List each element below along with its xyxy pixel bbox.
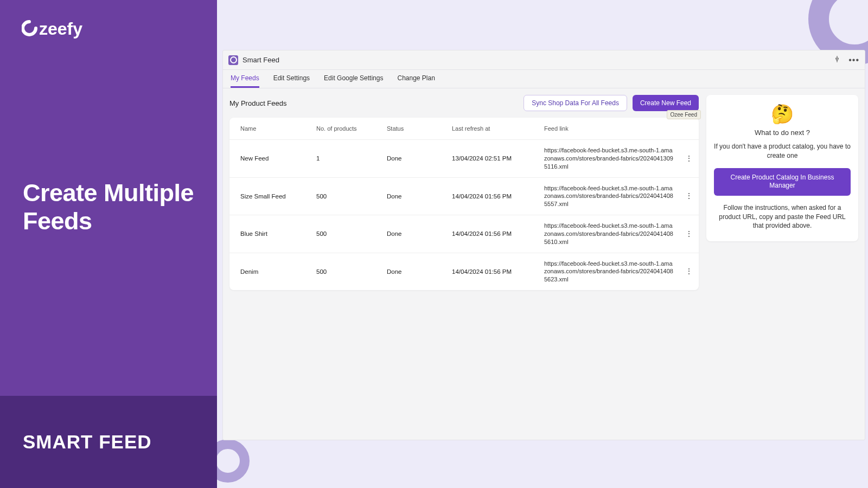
- tab-edit-google-settings[interactable]: Edit Google Settings: [324, 70, 383, 88]
- col-count: No. of products: [311, 118, 381, 140]
- col-status: Status: [381, 118, 446, 140]
- feeds-table: Name No. of products Status Last refresh…: [229, 118, 699, 290]
- cell-count: 1: [311, 140, 381, 178]
- cell-status: Done: [381, 177, 446, 215]
- headline-line-1: Create Multiple: [23, 179, 194, 207]
- cell-name: Size Small Feed: [229, 177, 311, 215]
- cell-refresh: 13/04/2024 02:51 PM: [446, 140, 539, 178]
- tabs-bar: My Feeds Edit Settings Edit Google Setti…: [223, 70, 865, 88]
- help-instructions: Follow the instructions, when asked for …: [714, 203, 851, 230]
- tab-edit-settings[interactable]: Edit Settings: [273, 70, 310, 88]
- cell-name: Denim: [229, 253, 311, 290]
- headline-line-2: Feeds: [23, 207, 92, 235]
- thinking-emoji-icon: 🤔: [714, 105, 851, 123]
- table-row: New Feed1Done13/04/2024 02:51 PMhttps://…: [229, 140, 699, 178]
- app-title: Smart Feed: [242, 56, 279, 64]
- cell-link: https://facebook-feed-bucket.s3.me-south…: [539, 177, 679, 215]
- svg-text:zeefy: zeefy: [39, 19, 82, 38]
- ozeefy-logo: zeefy: [22, 17, 103, 41]
- cell-status: Done: [381, 253, 446, 290]
- create-feed-button[interactable]: Create New Feed: [633, 95, 699, 111]
- tab-change-plan[interactable]: Change Plan: [397, 70, 435, 88]
- marketing-footer-label: SMART FEED: [0, 431, 152, 453]
- app-header: Smart Feed •••: [223, 50, 865, 70]
- cell-status: Done: [381, 215, 446, 253]
- cell-refresh: 14/04/2024 01:56 PM: [446, 215, 539, 253]
- cell-name: Blue Shirt: [229, 215, 311, 253]
- cell-count: 500: [311, 215, 381, 253]
- cell-count: 500: [311, 177, 381, 215]
- marketing-sidebar: zeefy Create Multiple Feeds: [0, 0, 217, 445]
- app-logo-icon: [228, 55, 238, 65]
- tab-my-feeds[interactable]: My Feeds: [231, 70, 259, 88]
- pin-icon[interactable]: [833, 55, 841, 65]
- marketing-headline: Create Multiple Feeds: [23, 179, 194, 235]
- help-question: What to do next ?: [714, 129, 851, 137]
- col-refresh: Last refresh at: [446, 118, 539, 140]
- create-catalog-button[interactable]: Create Product Catalog In Business Manag…: [714, 168, 851, 196]
- row-menu-icon[interactable]: ⋮: [679, 215, 699, 253]
- create-feed-tooltip: Ozee Feed: [667, 110, 701, 119]
- section-title: My Product Feeds: [229, 99, 287, 107]
- cell-link: https://facebook-feed-bucket.s3.me-south…: [539, 253, 679, 290]
- cell-link: https://facebook-feed-bucket.s3.me-south…: [539, 140, 679, 178]
- row-menu-icon[interactable]: ⋮: [679, 253, 699, 290]
- table-row: Blue Shirt500Done14/04/2024 01:56 PMhttp…: [229, 215, 699, 253]
- app-window: Smart Feed ••• My Feeds Edit Settings Ed…: [222, 50, 865, 440]
- more-icon[interactable]: •••: [848, 55, 859, 65]
- sync-all-button[interactable]: Sync Shop Data For All Feeds: [524, 95, 627, 111]
- table-row: Size Small Feed500Done14/04/2024 01:56 P…: [229, 177, 699, 215]
- marketing-footer: SMART FEED: [0, 396, 217, 488]
- cell-refresh: 14/04/2024 01:56 PM: [446, 253, 539, 290]
- col-name: Name: [229, 118, 311, 140]
- row-menu-icon[interactable]: ⋮: [679, 177, 699, 215]
- col-link: Feed link: [539, 118, 679, 140]
- table-row: Denim500Done14/04/2024 01:56 PMhttps://f…: [229, 253, 699, 290]
- row-menu-icon[interactable]: ⋮: [679, 140, 699, 178]
- cell-status: Done: [381, 140, 446, 178]
- help-panel: 🤔 What to do next ? If you don't have a …: [706, 95, 858, 241]
- cell-refresh: 14/04/2024 01:56 PM: [446, 177, 539, 215]
- cell-count: 500: [311, 253, 381, 290]
- help-hint: If you don't have a product catalog, you…: [714, 142, 851, 160]
- cell-link: https://facebook-feed-bucket.s3.me-south…: [539, 215, 679, 253]
- cell-name: New Feed: [229, 140, 311, 178]
